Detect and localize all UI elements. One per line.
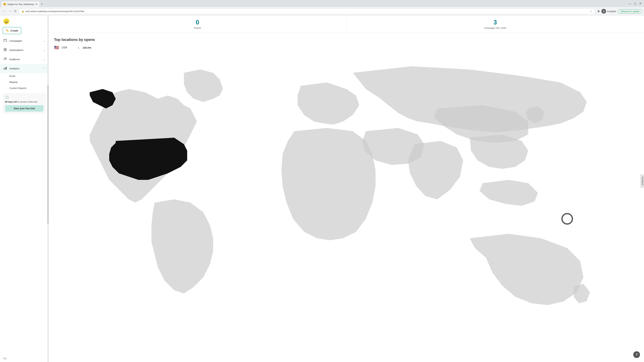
audience-icon <box>3 57 7 61</box>
url-box[interactable]: 🔒 us21.admin.mailchimp.com/reports/summa… <box>18 8 595 14</box>
active-tab[interactable]: M Subject for Test | Mailchimp ✕ <box>1 1 40 7</box>
sidebar: ✏️ Create Campaigns ⌄ <box>0 15 49 362</box>
address-bar: ← → ↻ 🔒 us21.admin.mailchimp.com/reports… <box>0 7 644 15</box>
sidebar-item-audience[interactable]: Audience ⌄ <box>0 55 48 64</box>
location-row-usa: 🇺🇸 USA 1 100.0% <box>54 45 639 50</box>
svg-rect-19 <box>5 67 6 69</box>
forward-button[interactable]: → <box>8 9 12 14</box>
create-label: Create <box>10 29 18 32</box>
analytics-icon <box>3 66 7 71</box>
campaign-url-clicks-number: 3 <box>494 19 497 26</box>
trial-banner: 🕐 89 days left to access a free trial. S… <box>3 93 46 114</box>
svg-rect-14 <box>4 50 5 51</box>
map-title: Top locations by opens <box>54 37 639 42</box>
app-layout: ✏️ Create Campaigns ⌄ <box>0 15 644 362</box>
mailchimp-logo <box>3 18 10 24</box>
custom-reports-label: Custom Reports <box>10 87 26 89</box>
bookmark-icon: ☆ <box>590 10 592 13</box>
sidebar-footer: ▭ <box>0 354 48 362</box>
browser-chrome: — ◻ ✕ M Subject for Test | Mailchimp ✕ +… <box>0 0 644 15</box>
feedback-label: Feedback <box>642 177 644 186</box>
audience-chevron-icon: ⌄ <box>43 58 45 61</box>
tab-bar: — ◻ ✕ M Subject for Test | Mailchimp ✕ + <box>0 0 644 7</box>
window-controls[interactable]: — ◻ ✕ <box>627 2 643 5</box>
start-free-trial-button[interactable]: Start your free trial <box>5 105 44 112</box>
campaigns-label: Campaigns <box>10 39 22 42</box>
svg-rect-15 <box>5 50 6 51</box>
usa-percentage: 100.0% <box>82 46 91 49</box>
incognito-initial: S <box>603 10 604 12</box>
create-section: ✏️ Create <box>0 27 48 36</box>
sidebar-subitem-custom-reports[interactable]: Custom Reports <box>0 85 48 91</box>
sidebar-item-automations[interactable]: Automations ⌄ <box>0 45 48 55</box>
svg-point-7 <box>6 22 7 22</box>
sidebar-header <box>0 15 48 27</box>
tweets-number: 0 <box>196 19 199 26</box>
create-button[interactable]: ✏️ Create <box>3 27 21 34</box>
incognito-button[interactable]: S Incognito <box>602 9 616 13</box>
tab-close-button[interactable]: ✕ <box>35 3 38 6</box>
stat-tweets: 0 Tweets <box>49 15 346 33</box>
new-tab-button[interactable]: + <box>40 2 44 7</box>
feedback-tab[interactable]: Feedback <box>640 174 644 188</box>
sidebar-scroll-thumb <box>48 85 48 224</box>
svg-point-11 <box>4 41 5 41</box>
sidebar-subitem-reports[interactable]: Reports <box>0 79 48 85</box>
trial-description: to access a free trial. <box>18 100 38 103</box>
trial-icon-row: 🕐 <box>5 95 44 99</box>
lock-icon: 🔒 <box>22 10 24 12</box>
svg-text:M: M <box>4 3 5 5</box>
svg-point-8 <box>6 21 6 21</box>
incognito-label: Incognito <box>607 10 616 12</box>
campaigns-icon <box>3 38 7 43</box>
clock-icon: 🕐 <box>5 95 9 99</box>
restore-button[interactable]: ◻ <box>633 2 638 5</box>
trial-text: 89 days left to access a free trial. <box>5 100 44 104</box>
refresh-button[interactable]: ↻ <box>14 9 17 14</box>
browser-actions: ■ S Incognito Relaunch to update <box>598 9 642 13</box>
close-button[interactable]: ✕ <box>638 2 643 5</box>
sidebar-item-analytics[interactable]: Analytics ⌃ <box>0 64 48 73</box>
reports-label: Reports <box>10 81 18 83</box>
svg-rect-13 <box>5 48 6 49</box>
minimize-button[interactable]: — <box>627 2 632 5</box>
usa-name: USA <box>62 46 75 49</box>
sidebar-item-campaigns[interactable]: Campaigns ⌄ <box>0 36 48 45</box>
svg-rect-20 <box>6 67 7 69</box>
automations-chevron-icon: ⌄ <box>43 49 45 51</box>
map-section: Top locations by opens 🇺🇸 USA 1 100.0% <box>49 33 644 362</box>
tweets-label: Tweets <box>194 27 201 29</box>
help-icon: ? <box>636 353 638 357</box>
automations-label: Automations <box>10 49 23 51</box>
analytics-chevron-icon: ⌃ <box>43 67 45 70</box>
stats-strip: 0 Tweets 3 Campaign URL clicks <box>49 15 644 33</box>
main-content: 0 Tweets 3 Campaign URL clicks Top locat… <box>49 15 644 362</box>
usa-flag-icon: 🇺🇸 <box>54 45 59 50</box>
collapse-sidebar-icon[interactable]: ▭ <box>3 356 6 360</box>
svg-rect-10 <box>4 39 7 41</box>
tab-title: Subject for Test | Mailchimp <box>8 3 34 5</box>
svg-point-17 <box>6 58 6 59</box>
url-text: us21.admin.mailchimp.com/reports/summary… <box>26 10 588 12</box>
incognito-avatar: S <box>602 9 606 13</box>
campaigns-chevron-icon: ⌄ <box>43 39 45 42</box>
svg-rect-18 <box>4 68 4 69</box>
usa-count: 1 <box>78 46 79 49</box>
automations-icon <box>3 48 7 52</box>
help-button[interactable]: ? <box>633 351 640 358</box>
trial-days: 89 days left <box>5 100 17 103</box>
world-map <box>54 53 639 362</box>
sidebar-subitem-email[interactable]: Email <box>0 73 48 79</box>
svg-point-9 <box>7 21 7 21</box>
extensions-button[interactable]: ■ <box>598 9 600 13</box>
stat-campaign-url-clicks: 3 Campaign URL clicks <box>346 15 644 33</box>
analytics-label: Analytics <box>10 67 20 70</box>
email-label: Email <box>10 75 15 77</box>
relaunch-button[interactable]: Relaunch to update <box>618 9 642 13</box>
world-map-svg <box>54 53 639 362</box>
back-button[interactable]: ← <box>2 9 6 14</box>
svg-point-16 <box>4 58 5 59</box>
sidebar-scrollbar[interactable] <box>48 15 48 362</box>
audience-label: Audience <box>10 58 20 61</box>
svg-rect-12 <box>4 48 5 49</box>
